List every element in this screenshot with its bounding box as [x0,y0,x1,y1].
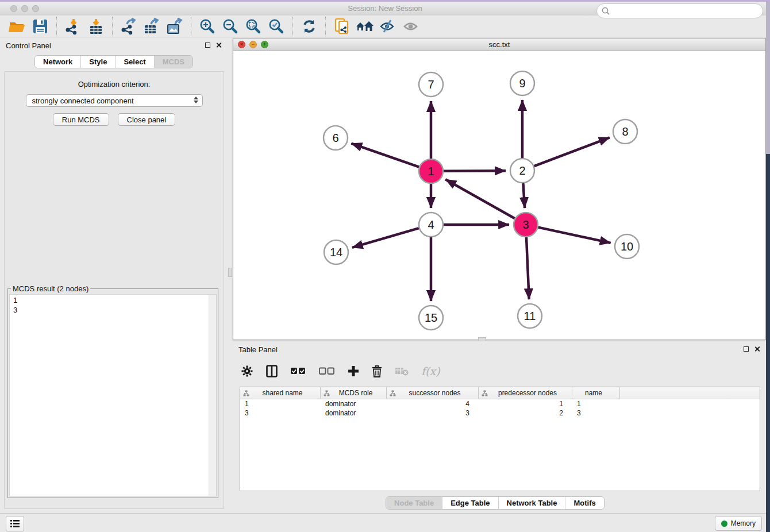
network-title-bar[interactable]: × − + scc.txt [233,38,765,51]
home-icon [355,19,375,34]
graph-node-2[interactable]: 2 [510,159,534,183]
column-header-MCDS-role[interactable]: MCDS role [321,387,387,399]
task-history-button[interactable] [6,516,24,531]
table-splitter-handle[interactable] [478,337,486,341]
table-toolbar: f(x) [241,361,440,381]
svg-text:11: 11 [524,310,536,322]
table-cell[interactable]: 1 [240,400,321,408]
zoom-fit-button[interactable] [242,17,265,36]
run-mcds-button[interactable]: Run MCDS [53,113,109,126]
zoom-out-icon [222,18,238,34]
memory-button[interactable]: Memory [715,516,762,531]
column-header-predecessor-nodes[interactable]: predecessor nodes [479,387,572,399]
tab-network-table[interactable]: Network Table [498,497,565,509]
zoom-selected-button[interactable] [265,17,288,36]
tab-network[interactable]: Network [35,56,80,68]
zoom-out-button[interactable] [219,17,242,36]
graph-node-4[interactable]: 4 [419,213,443,237]
result-scrollbar[interactable] [209,295,216,496]
toolbar-separator [112,17,113,36]
float-table-panel-icon[interactable] [744,346,749,352]
create-column-button[interactable] [348,365,359,377]
tab-style[interactable]: Style [80,56,115,68]
table-cell[interactable]: 1 [572,400,620,408]
mcds-panel: Optimization criterion: strongly connect… [4,71,224,509]
unselect-all-columns-button[interactable] [319,367,335,375]
column-header-shared-name[interactable]: shared name [240,387,321,399]
graph-node-14[interactable]: 14 [324,240,348,264]
table-row[interactable]: 1dominator411 [240,399,760,408]
table-cell[interactable]: 1 [479,400,572,408]
save-icon [33,19,48,34]
graph-edge-3-1[interactable] [445,179,515,218]
toolbar-separator [56,17,57,36]
table-cell[interactable]: 3 [387,409,479,417]
close-table-panel-icon[interactable] [754,346,760,352]
graph-node-15[interactable]: 15 [419,306,443,330]
export-table-button[interactable] [140,17,163,36]
search-field[interactable] [596,3,763,18]
zoom-in-button[interactable] [196,17,219,36]
column-label: name [572,389,619,397]
tab-node-table[interactable]: Node Table [386,497,442,509]
graph-edge-3-10[interactable] [538,228,611,243]
plus-icon [348,365,359,377]
graph-node-9[interactable]: 9 [510,71,534,95]
panel-splitter-handle[interactable] [228,268,232,277]
show-column-panel-button[interactable] [266,365,278,377]
open-file-button[interactable] [6,17,29,36]
graph-node-11[interactable]: 11 [518,304,542,328]
column-label: predecessor nodes [488,389,572,397]
table-cell[interactable]: 3 [572,409,620,417]
show-all-button[interactable] [399,17,422,36]
search-input[interactable] [612,6,758,16]
save-session-button[interactable] [29,17,52,36]
graph-node-7[interactable]: 7 [419,72,443,97]
delete-column-button[interactable] [372,365,382,377]
export-image-button[interactable] [163,17,186,36]
float-panel-icon[interactable] [205,43,210,48]
node-table[interactable]: shared nameMCDS rolesuccessor nodesprede… [240,387,760,491]
table-cell[interactable]: 2 [479,409,572,417]
clone-network-button[interactable] [330,17,353,36]
refresh-button[interactable] [298,17,321,36]
criterion-dropdown[interactable]: strongly connected component [26,94,203,107]
graph-edge-4-14[interactable] [352,228,419,248]
graph-node-8[interactable]: 8 [613,119,637,144]
graph-edge-1-2[interactable] [444,171,506,171]
table-cell[interactable]: 4 [387,400,479,408]
table-tabs: Node TableEdge TableNetwork TableMotifs [386,496,605,510]
import-network-button[interactable] [61,17,84,36]
import-table-button[interactable] [84,17,107,36]
graph-edge-2-8[interactable] [534,137,610,166]
column-header-name[interactable]: name [572,387,620,399]
hide-selected-button[interactable] [376,17,399,36]
status-bar: Memory [0,513,770,532]
mcds-result-list[interactable]: 1 3 [9,294,217,496]
trash-icon [372,365,382,377]
select-all-columns-button[interactable] [290,367,306,375]
tab-motifs[interactable]: Motifs [565,497,603,509]
home-button[interactable] [353,17,376,36]
table-row[interactable]: 3dominator323 [240,408,760,418]
graph-edge-2-3[interactable] [523,183,525,208]
graph-node-6[interactable]: 6 [324,126,348,150]
tab-mcds[interactable]: MCDS [154,56,192,68]
tab-edge-table[interactable]: Edge Table [442,497,498,509]
table-cell[interactable]: 3 [240,409,321,417]
graph-node-1[interactable]: 1 [419,159,443,183]
graph-edge-1-6[interactable] [351,144,419,167]
table-cell[interactable]: dominator [321,400,387,408]
tab-select[interactable]: Select [115,56,153,68]
column-header-successor-nodes[interactable]: successor nodes [387,387,479,399]
export-network-button[interactable] [117,17,140,36]
graph-edge-3-11[interactable] [526,237,529,299]
close-panel-button[interactable]: Close panel [118,113,176,126]
table-settings-button[interactable] [241,365,253,377]
graph-node-3[interactable]: 3 [514,213,538,237]
network-canvas[interactable]: 7968124314101511 [233,51,765,340]
table-cell[interactable]: dominator [321,409,387,417]
graph-node-10[interactable]: 10 [615,234,639,259]
close-panel-icon[interactable] [215,42,222,48]
svg-text:6: 6 [332,132,338,144]
